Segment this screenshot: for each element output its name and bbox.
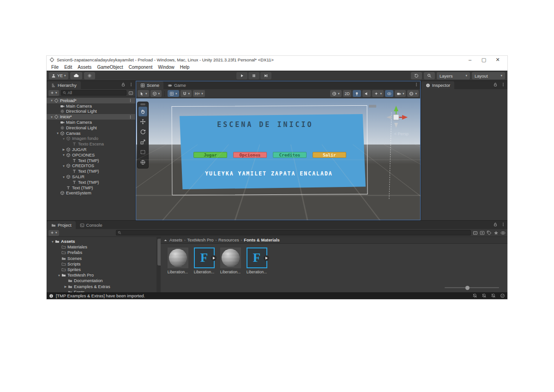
hierarchy-item-text-tmp-[interactable]: Text (TMP) — [47, 169, 135, 174]
save-search-icon[interactable] — [494, 230, 499, 235]
camera-settings-dropdown[interactable]: ▾ — [395, 90, 406, 97]
hierarchy-item-eventsystem[interactable]: EventSystem — [47, 191, 135, 196]
menu-gameobject[interactable]: GameObject — [94, 65, 126, 70]
opciones-button[interactable]: Opciones — [233, 152, 267, 158]
kebab-menu-icon[interactable] — [128, 115, 132, 119]
menu-canvas[interactable]: ESCENA DE INICIO JugarOpcionesCreditosSa… — [180, 114, 366, 189]
disclosure-arrow-icon[interactable]: ▶ — [61, 148, 66, 151]
menu-assets[interactable]: Assets — [75, 65, 94, 70]
tab-console[interactable]: Console — [76, 221, 107, 229]
project-folder-materiales[interactable]: Materiales — [47, 244, 157, 250]
project-folder-sprites[interactable]: Sprites — [47, 267, 157, 272]
package-visibility-icon[interactable] — [480, 230, 485, 235]
project-folder-scenes[interactable]: Scenes — [47, 256, 157, 261]
audio-toggle[interactable] — [362, 90, 371, 97]
kebab-menu-icon[interactable] — [129, 82, 133, 87]
disclosure-arrow-icon[interactable]: ▼ — [61, 175, 66, 179]
scene-picking-icon[interactable] — [128, 90, 133, 96]
project-add-button[interactable]: ▾ — [48, 230, 59, 236]
step-button[interactable] — [260, 72, 271, 79]
font-asset[interactable]: FLiberation... — [246, 247, 267, 274]
services-button[interactable] — [84, 72, 95, 79]
hierarchy-item-directional-light[interactable]: Directional Light — [47, 109, 135, 115]
menu-window[interactable]: Window — [155, 65, 177, 70]
lock-icon[interactable] — [493, 82, 498, 87]
kebab-menu-icon[interactable] — [414, 82, 419, 87]
minimize-button[interactable]: – — [463, 56, 477, 64]
search-button[interactable] — [424, 72, 435, 79]
hierarchy-add-button[interactable]: ▾ — [48, 90, 59, 96]
scale-tool[interactable] — [138, 137, 147, 147]
lock-icon[interactable] — [121, 82, 126, 87]
disclosure-arrow-icon[interactable]: ▼ — [61, 164, 66, 168]
hierarchy-item-inicio-[interactable]: ▼Inicio* — [47, 114, 135, 120]
close-button[interactable]: ✕ — [491, 56, 505, 64]
project-folder-documentation[interactable]: Documentation — [47, 278, 157, 283]
project-folder-prefabs[interactable]: Prefabs — [47, 250, 157, 255]
perspective-label[interactable]: < Persp — [394, 132, 409, 136]
hierarchy-search-input[interactable]: All — [61, 90, 126, 96]
jugar-button[interactable]: Jugar — [193, 152, 227, 158]
hierarchy-item-canvas[interactable]: ▼Canvas — [47, 131, 135, 136]
grid-axis-dropdown[interactable]: H+▾ — [193, 90, 205, 97]
tab-inspector[interactable]: Inspector — [422, 81, 454, 89]
project-folder-assets[interactable]: ▼Assets — [47, 239, 157, 244]
cloud-button[interactable] — [70, 72, 82, 79]
search-by-type-icon[interactable] — [473, 230, 478, 235]
kebab-menu-icon[interactable] — [128, 98, 132, 103]
transform-tool[interactable] — [138, 157, 147, 167]
2d-toggle[interactable]: 2D — [343, 90, 352, 97]
menu-file[interactable]: File — [48, 65, 61, 70]
hierarchy-item-texto-escena[interactable]: Texto Escena — [47, 141, 135, 147]
hierarchy-item-main-camera[interactable]: Main Camera — [47, 103, 135, 109]
hierarchy-item-opciones[interactable]: ▼OPCIONES — [47, 152, 135, 158]
hierarchy-item-text-tmp-[interactable]: Text (TMP) — [47, 180, 135, 185]
disclosure-arrow-icon[interactable]: ▼ — [50, 240, 55, 243]
rect-tool[interactable] — [138, 147, 147, 157]
lighting-toggle[interactable] — [353, 90, 361, 97]
hierarchy-item-imagen-fondo[interactable]: ▼Imagen fondo — [47, 136, 135, 142]
undo-history-button[interactable] — [411, 72, 422, 79]
layout-dropdown[interactable]: Layout▾ — [472, 72, 505, 79]
orientation-gizmo[interactable] — [383, 104, 409, 131]
project-search-input[interactable] — [116, 230, 471, 235]
disclosure-arrow-icon[interactable]: ▼ — [49, 115, 54, 119]
kebab-menu-icon[interactable] — [501, 222, 506, 227]
expand-badge-icon[interactable] — [264, 255, 269, 261]
tab-hierarchy[interactable]: Hierarchy — [47, 81, 81, 89]
scene-visibility-toggle[interactable] — [385, 90, 393, 97]
project-folder-fonts[interactable]: Fonts — [47, 289, 157, 292]
expand-badge-icon[interactable] — [211, 255, 217, 261]
maximize-button[interactable]: ▢ — [477, 56, 491, 64]
effects-dropdown[interactable]: ▾ — [372, 90, 384, 97]
hidden-count-icon[interactable] — [500, 230, 506, 235]
hierarchy-item-main-camera[interactable]: Main Camera — [47, 120, 135, 125]
gizmos-dropdown[interactable]: ▾ — [407, 90, 419, 97]
rotate-tool[interactable] — [138, 127, 147, 137]
move-tool[interactable] — [138, 117, 147, 127]
progress-idle-icon[interactable] — [500, 293, 505, 298]
overlay-drag-handle[interactable] — [140, 103, 145, 105]
mute-error-icon[interactable] — [472, 293, 477, 298]
mute-info-icon[interactable] — [491, 293, 496, 298]
disclosure-arrow-icon[interactable]: ▼ — [49, 99, 54, 102]
grid-snapping-button[interactable]: ▾ — [168, 90, 179, 97]
tab-game[interactable]: Game — [163, 81, 190, 89]
project-folder-examples-extras[interactable]: ▶Examples & Extras — [47, 284, 157, 289]
material-asset[interactable]: Liberation... — [220, 247, 241, 274]
search-by-label-icon[interactable] — [487, 230, 492, 235]
menu-component[interactable]: Component — [126, 65, 156, 70]
project-folder-textmesh-pro[interactable]: ▼TextMesh Pro — [47, 272, 157, 278]
menu-help[interactable]: Help — [177, 65, 193, 70]
hierarchy-item-preload-[interactable]: ▼Preload* — [47, 98, 135, 103]
hierarchy-item-text-tmp-[interactable]: Text (TMP) — [47, 185, 135, 191]
breadcrumb-fonts-materials[interactable]: Fonts & Materials — [244, 238, 280, 242]
project-tree-scrollbar[interactable] — [157, 237, 161, 292]
tab-scene[interactable]: Scene — [136, 81, 163, 89]
play-button[interactable] — [236, 72, 247, 79]
hand-tool[interactable] — [138, 107, 147, 116]
salir-button[interactable]: Salir — [313, 152, 346, 158]
creditos-button[interactable]: Creditos — [273, 152, 307, 158]
disclosure-arrow-icon[interactable]: ▶ — [63, 285, 68, 289]
layers-dropdown[interactable]: Layers▾ — [437, 72, 470, 79]
